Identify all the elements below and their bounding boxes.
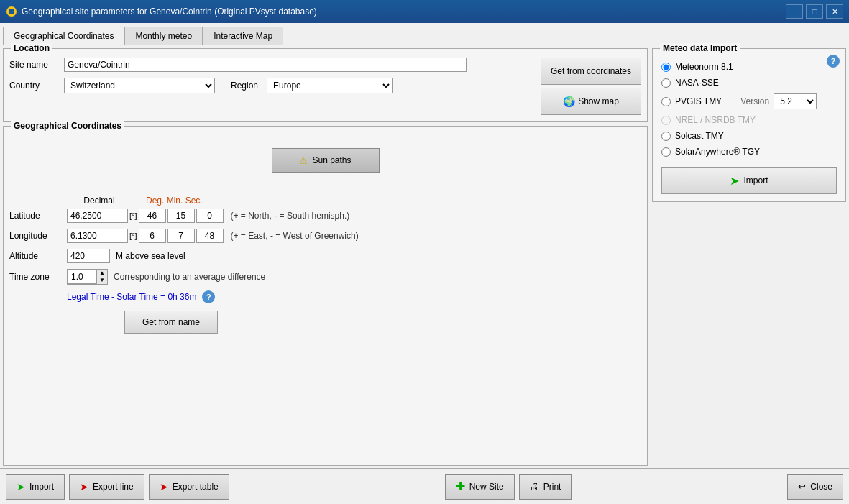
bottom-bar: ➤ Import ➤ Export line ➤ Export table ✚ … [0,468,849,504]
tab-interactive-map[interactable]: Interactive Map [203,27,283,45]
print-button[interactable]: 🖨 Print [519,474,572,500]
main-content: Geographical Coordinates Monthly meteo I… [0,23,849,468]
show-map-button[interactable]: 🌍 Show map [541,88,641,115]
pvgis-version-select[interactable]: 5.2 [774,93,817,109]
country-row: Country Switzerland Region Europe [9,78,535,93]
meteo-help-icon[interactable]: ? [827,55,840,68]
meteo-option-pvgis: PVGIS TMY Version 5.2 [661,93,837,109]
version-label: Version [740,96,769,106]
close-button[interactable]: ↩ Close [787,474,843,500]
right-panel: Meteo data Import ? Meteonorm 8.1 NASA-S… [652,48,846,466]
altitude-row: Altitude M above sea level [9,249,641,263]
longitude-deg-input[interactable] [139,229,166,243]
nrel-radio[interactable] [661,116,671,125]
longitude-row: Longitude [°] (+ = East, - = West of Gre… [9,229,641,243]
meteonorm-label: Meteonorm 8.1 [675,62,733,72]
country-select[interactable]: Switzerland [64,78,215,93]
meteo-import-group: Meteo data Import ? Meteonorm 8.1 NASA-S… [652,48,846,202]
meteo-group-title: Meteo data Import [660,43,740,53]
region-label: Region [231,81,258,91]
legal-time-help-icon[interactable]: ? [202,290,215,303]
meteonorm-radio[interactable] [661,63,671,72]
altitude-input[interactable] [67,249,110,263]
timezone-down-button[interactable]: ▼ [97,277,107,284]
timezone-up-button[interactable]: ▲ [97,270,107,277]
solaranywhere-radio[interactable] [661,147,671,157]
sun-paths-button[interactable]: ⚠ Sun paths [272,148,380,173]
tab-bar: Geographical Coordinates Monthly meteo I… [3,26,846,45]
pvgis-label: PVGIS TMY [675,96,722,106]
latitude-note: (+ = North, - = South hemisph.) [231,211,350,221]
fields-area: Site name Country Switzerland Region Eur… [9,58,535,99]
location-group-title: Location [11,43,52,53]
window-close-button[interactable]: ✕ [826,4,843,19]
latitude-min-input[interactable] [167,209,195,223]
sun-icon: ⚠ [299,155,308,166]
get-from-name-button[interactable]: Get from name [124,311,218,334]
legal-time-text: Legal Time - Solar Time = 0h 36m [67,292,196,302]
latitude-row: Latitude [°] (+ = North, - = South hemis… [9,209,641,223]
altitude-unit: M above sea level [116,251,185,261]
get-from-coordinates-button[interactable]: Get from coordinates [541,58,641,85]
nrel-label: NREL / NSRDB TMY [675,115,756,125]
latitude-sec-input[interactable] [196,209,224,223]
tab-monthly-meteo[interactable]: Monthly meteo [124,27,203,45]
pvgis-radio[interactable] [661,97,671,106]
site-name-row: Site name [9,58,535,72]
site-name-input[interactable] [64,58,467,72]
longitude-dms-inputs [139,229,224,243]
nasa-sse-label: NASA-SSE [675,78,719,88]
longitude-decimal-input[interactable] [67,229,128,243]
geo-coords-group: Geographical Coordinates ⚠ Sun paths Dec… [3,126,648,466]
timezone-spinner: ▲ ▼ [96,270,107,284]
main-panel: Location Site name Country Switz [3,48,846,466]
title-bar: Geographical site parameters for Geneva/… [0,0,849,23]
new-site-button[interactable]: ✚ New Site [445,474,515,500]
export-table-button[interactable]: ➤ Export table [149,474,229,500]
geo-coords-group-title: Geographical Coordinates [11,121,124,131]
lon-deg-bracket: [°] [129,232,137,240]
printer-icon: 🖨 [530,481,539,492]
export-line-arrow-icon: ➤ [80,481,88,492]
region-select[interactable]: Europe [267,78,393,93]
svg-point-1 [9,9,14,14]
meteo-radio-group: Meteonorm 8.1 NASA-SSE PVGIS TMY Version… [661,62,837,157]
timezone-label: Time zone [9,272,67,282]
meteo-option-solaranywhere: SolarAnywhere® TGY [661,147,837,157]
solcast-radio[interactable] [661,132,671,141]
longitude-min-input[interactable] [167,229,195,243]
timezone-input-wrap: ▲ ▼ [67,269,108,285]
get-from-name-wrap: Get from name [67,311,641,334]
new-site-plus-icon: ✚ [456,480,465,493]
minimize-button[interactable]: − [786,4,803,19]
latitude-label: Latitude [9,211,67,221]
meteo-option-nasa: NASA-SSE [661,78,837,88]
longitude-note: (+ = East, - = West of Greenwich) [231,231,359,241]
window-title: Geographical site parameters for Geneva/… [22,6,317,17]
timezone-note: Corresponding to an average difference [114,272,265,282]
solcast-label: Solcast TMY [675,131,724,141]
meteo-option-solcast: Solcast TMY [661,131,837,141]
coords-header: Decimal Deg. Min. Sec. [67,196,641,206]
dms-header: Deg. Min. Sec. [146,196,203,206]
latitude-dms-inputs [139,209,224,223]
lat-deg-bracket: [°] [129,211,137,220]
globe-icon: 🌍 [563,96,575,107]
location-group: Location Site name Country Switz [3,48,648,122]
app-icon [6,6,17,17]
location-fields: Site name Country Switzerland Region Eur… [9,58,641,115]
import-button[interactable]: ➤ Import [6,474,65,500]
export-line-button[interactable]: ➤ Export line [69,474,144,500]
latitude-decimal-input[interactable] [67,209,128,223]
nasa-sse-radio[interactable] [661,78,671,88]
import-arrow-icon: ➤ [730,174,739,188]
longitude-sec-input[interactable] [196,229,224,243]
latitude-deg-input[interactable] [139,209,166,223]
site-name-label: Site name [9,60,60,70]
meteo-option-meteonorm: Meteonorm 8.1 [661,62,837,72]
timezone-input[interactable] [68,270,96,284]
maximize-button[interactable]: □ [806,4,823,19]
import-arrow-icon: ➤ [17,481,25,492]
meteo-import-button[interactable]: ➤ Import [661,167,837,194]
country-label: Country [9,81,60,91]
